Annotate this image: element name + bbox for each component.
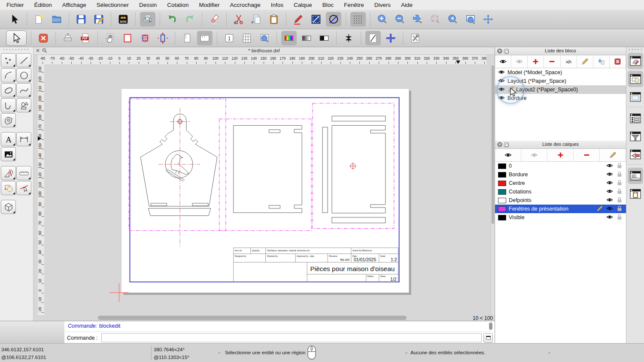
selection-mode-button[interactable] bbox=[308, 12, 324, 27]
canvas-vertical-scrollbar[interactable] bbox=[491, 64, 495, 315]
menu-fenetre[interactable]: Fenêtre bbox=[344, 2, 364, 8]
text-tool-button[interactable]: A bbox=[1, 132, 16, 146]
layer-lock-icon[interactable] bbox=[616, 179, 623, 187]
open-file-button[interactable] bbox=[49, 12, 64, 27]
block-row[interactable]: Model (*Model_Space) bbox=[495, 68, 626, 77]
canvas-horizontal-scrollbar[interactable] bbox=[98, 316, 407, 320]
hide-all-blocks-button[interactable] bbox=[511, 55, 528, 68]
svg-export-button[interactable]: SVG bbox=[115, 12, 131, 27]
remove-layer-button[interactable] bbox=[574, 149, 600, 161]
menu-calque[interactable]: Calque bbox=[294, 2, 312, 8]
panel-float-icon[interactable] bbox=[504, 142, 509, 147]
show-all-layers-button[interactable] bbox=[495, 149, 521, 161]
layer-lock-icon[interactable] bbox=[616, 196, 623, 205]
layer-row[interactable]: Defpoints bbox=[495, 196, 626, 205]
circle-tool-button[interactable] bbox=[16, 68, 31, 82]
close-print-preview-button[interactable] bbox=[36, 31, 51, 45]
layer-visibility-eye-icon[interactable] bbox=[606, 179, 613, 187]
remove-block-button[interactable] bbox=[544, 55, 560, 68]
selection-tool-button[interactable] bbox=[6, 30, 27, 46]
new-file-button[interactable] bbox=[31, 12, 47, 27]
v-scroll-thumb[interactable] bbox=[492, 65, 494, 224]
snap-tools-button[interactable] bbox=[16, 181, 31, 195]
layer-visibility-eye-icon[interactable] bbox=[606, 188, 613, 196]
preferences-button[interactable] bbox=[407, 31, 423, 45]
menu-modifier[interactable]: Modifier bbox=[199, 2, 219, 8]
layer-lock-icon[interactable] bbox=[616, 214, 623, 222]
image-tool-button[interactable] bbox=[1, 147, 16, 161]
draw-modify-button[interactable] bbox=[291, 12, 306, 27]
full-color-mode-button[interactable] bbox=[281, 31, 297, 45]
window-zoom-button[interactable] bbox=[463, 12, 478, 27]
menu-infos[interactable]: Infos bbox=[271, 2, 283, 8]
command-input[interactable] bbox=[101, 333, 482, 342]
menu-accrochage[interactable]: Accrochage bbox=[230, 2, 260, 8]
dimension-tool-button[interactable] bbox=[16, 132, 31, 146]
selection-pointer-button[interactable] bbox=[7, 12, 22, 27]
print-preview-button[interactable] bbox=[140, 12, 155, 27]
show-all-blocks-button[interactable] bbox=[495, 55, 511, 68]
landscape-orientation-button[interactable] bbox=[197, 31, 213, 45]
draw-tools-button[interactable] bbox=[1, 166, 16, 180]
auto-zoom-button[interactable] bbox=[410, 12, 425, 27]
layer-row[interactable]: Fenêtres de présentation bbox=[495, 205, 626, 213]
multiple-pages-button[interactable] bbox=[239, 31, 255, 45]
command-line-toggle-button[interactable] bbox=[628, 168, 643, 184]
layer-lock-icon[interactable] bbox=[616, 188, 623, 196]
menu-affichage[interactable]: Affichage bbox=[62, 2, 86, 8]
menu-cotation[interactable]: Cotation bbox=[167, 2, 188, 8]
measure-tool-button[interactable] bbox=[16, 166, 31, 180]
zoom-to-page-button[interactable] bbox=[257, 31, 272, 45]
projection-panel-toggle-button[interactable] bbox=[628, 146, 643, 163]
shape-tool-button[interactable] bbox=[16, 98, 31, 112]
edit-block-button[interactable] bbox=[577, 55, 593, 68]
layer-row[interactable]: Bordure bbox=[495, 170, 626, 179]
history-scrollbar[interactable] bbox=[489, 323, 492, 330]
ellipse-tool-button[interactable] bbox=[1, 83, 16, 97]
spline-tool-button[interactable] bbox=[16, 83, 31, 97]
hide-all-layers-button[interactable] bbox=[521, 149, 547, 161]
previous-view-button[interactable] bbox=[445, 12, 461, 27]
cut-button[interactable] bbox=[231, 12, 246, 27]
hatch-tool-button[interactable] bbox=[1, 113, 16, 127]
save-as-button[interactable] bbox=[91, 12, 106, 27]
menu-edition[interactable]: Édition bbox=[34, 2, 52, 8]
layer-visibility-eye-icon[interactable] bbox=[606, 214, 613, 222]
purge-block-button[interactable] bbox=[610, 55, 626, 68]
panel-float-icon[interactable] bbox=[504, 49, 509, 54]
menu-divers[interactable]: Divers bbox=[374, 2, 391, 8]
show-paper-borders-button[interactable] bbox=[120, 31, 135, 45]
zoom-out-button[interactable] bbox=[392, 12, 408, 27]
layer-visibility-eye-icon[interactable] bbox=[606, 205, 613, 213]
add-block-button[interactable] bbox=[528, 55, 544, 68]
grayscale-mode-button[interactable] bbox=[299, 31, 314, 45]
delete-entities-button[interactable] bbox=[207, 12, 222, 27]
layer-row[interactable]: Centre bbox=[495, 179, 626, 187]
grid-toggle-button[interactable] bbox=[350, 12, 366, 27]
single-page-button[interactable]: 1 bbox=[222, 31, 237, 45]
layer-list-panel-toggle-button[interactable] bbox=[628, 71, 643, 87]
layer-visibility-eye-icon[interactable] bbox=[606, 196, 613, 205]
paste-button[interactable] bbox=[266, 12, 282, 27]
menu-aide[interactable]: Aide bbox=[401, 2, 413, 8]
layer-visibility-eye-icon[interactable] bbox=[606, 162, 613, 170]
black-white-mode-button[interactable] bbox=[316, 31, 332, 45]
rename-block-button[interactable]: a|b bbox=[561, 55, 577, 68]
deselect-all-button[interactable] bbox=[326, 12, 341, 27]
arc-tool-button[interactable] bbox=[1, 68, 16, 82]
hairline-mode-button[interactable] bbox=[341, 31, 356, 45]
menu-fichier[interactable]: Fichier bbox=[6, 2, 24, 8]
menu-bloc[interactable]: Bloc bbox=[322, 2, 334, 8]
layer-row[interactable]: Cotations bbox=[495, 187, 626, 196]
block-list-panel-toggle-button[interactable] bbox=[628, 53, 643, 69]
edit-layer-button[interactable] bbox=[600, 149, 626, 161]
print-button[interactable] bbox=[60, 31, 76, 45]
drawing-canvas[interactable]: Item ref Quantity Title/Name, destinatio… bbox=[44, 64, 491, 315]
save-button[interactable] bbox=[73, 12, 89, 27]
copy-button[interactable] bbox=[249, 12, 264, 27]
insert-block-button[interactable] bbox=[593, 55, 610, 68]
library-browser-toggle-button[interactable] bbox=[628, 110, 643, 127]
layer-lock-icon[interactable] bbox=[616, 171, 623, 179]
move-paper-position-button[interactable] bbox=[102, 31, 118, 45]
polyline-tool-button[interactable] bbox=[1, 98, 16, 112]
